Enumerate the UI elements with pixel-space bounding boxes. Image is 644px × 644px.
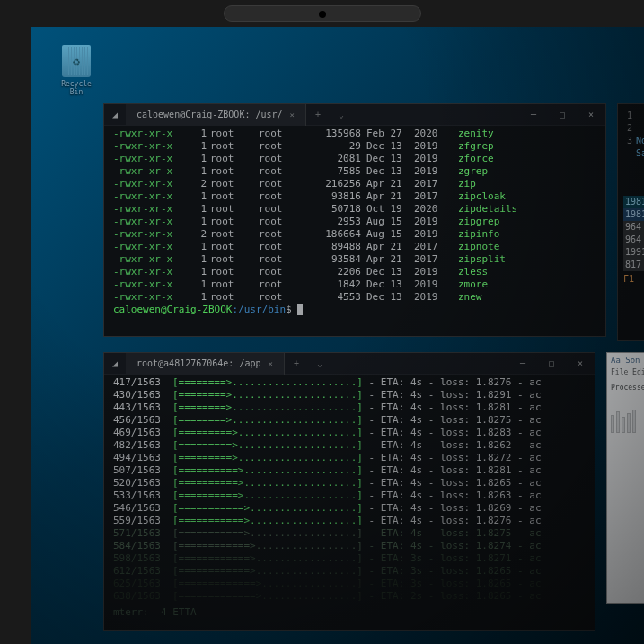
tab-dropdown-icon[interactable]: ⌄ — [308, 358, 331, 368]
progress-row: 559/1563 [===========>..................… — [113, 515, 586, 527]
ls-row: -rwxr-xr-x1rootroot135968Feb 27 2020zeni… — [113, 128, 596, 140]
ls-row: -rwxr-xr-x1rootroot50718Oct 19 2020zipde… — [113, 203, 596, 216]
ls-row: -rwxr-xr-x2rootroot186664Aug 15 2019zipi… — [113, 228, 596, 241]
tab-2-label: root@a4812767064e: /app — [137, 358, 260, 368]
app-panel[interactable]: Aa Son File Edit Processe — [606, 352, 644, 604]
terminal-1-body[interactable]: -rwxr-xr-x1rootroot135968Feb 27 2020zeni… — [104, 126, 605, 322]
progress-row: 625/1563 [=============>................… — [113, 578, 586, 590]
chart-bar — [632, 410, 636, 433]
chart-bar — [611, 415, 614, 433]
terminal-icon: ◢ — [104, 353, 126, 375]
progress-row: 598/1563 [============>.................… — [113, 552, 586, 565]
titlebar-2[interactable]: ◢ root@a4812767064e: /app × + ⌄ ─ □ × — [104, 353, 595, 375]
editor-line: Say — [623, 147, 644, 160]
progress-row: 482/1563 [=========>....................… — [113, 439, 586, 452]
chart-bar — [627, 413, 631, 433]
terminal-window-2[interactable]: ◢ root@a4812767064e: /app × + ⌄ ─ □ × 41… — [103, 352, 595, 631]
tab-1-label: caloewen@Craig-ZBOOK: /usr/ — [137, 110, 283, 119]
editor-footer: F1 — [623, 273, 644, 286]
app-menu[interactable]: File Edit — [611, 368, 644, 376]
laptop-frame: Recycle Bin ◢ caloewen@Craig-ZBOOK: /usr… — [0, 0, 644, 644]
progress-row: 417/1563 [========>.....................… — [113, 376, 586, 389]
progress-row: 612/1563 [============>.................… — [113, 565, 586, 578]
app-processes-label: Processe — [611, 384, 644, 392]
ls-row: -rwxr-xr-x2rootroot216256Apr 21 2017zip — [113, 178, 596, 190]
recycle-bin-icon — [62, 45, 91, 77]
progress-row: 494/1563 [=========>....................… — [113, 452, 586, 464]
ls-row: -rwxr-xr-x1rootroot2953Aug 15 2019zipgre… — [113, 216, 596, 228]
editor-line: 2 — [623, 122, 644, 135]
editor-grey-3: 1991 — [623, 246, 644, 259]
progress-row: 507/1563 [==========>...................… — [113, 464, 586, 477]
chart-bar — [616, 411, 620, 433]
tab-dropdown-icon[interactable]: ⌄ — [330, 110, 353, 119]
new-tab-button[interactable]: + — [306, 110, 330, 119]
editor-line: 3Nor — [623, 135, 644, 147]
maximize-button[interactable]: □ — [537, 353, 566, 375]
close-tab-icon[interactable]: × — [268, 359, 272, 368]
progress-row: 638/1563 [=============>................… — [113, 590, 586, 603]
app-chart — [611, 408, 644, 433]
ls-row: -rwxr-xr-x1rootroot2081Dec 13 2019zforce — [113, 153, 596, 165]
chart-bar — [622, 417, 625, 433]
recycle-bin[interactable]: Recycle Bin — [58, 45, 94, 96]
camera-icon — [319, 11, 326, 18]
left-bezel — [0, 0, 31, 644]
tab-2[interactable]: root@a4812767064e: /app × — [126, 353, 285, 375]
progress-row: 443/1563 [========>.....................… — [113, 401, 586, 414]
maximize-button[interactable]: □ — [548, 104, 577, 126]
minimize-button[interactable]: ─ — [508, 353, 537, 375]
editor-line: 1 — [623, 110, 644, 122]
ls-row: -rwxr-xr-x1rootroot89488Apr 21 2017zipno… — [113, 241, 596, 253]
top-bezel — [0, 0, 644, 27]
recycle-bin-label: Recycle Bin — [58, 80, 94, 96]
minimize-button[interactable]: ─ — [519, 104, 548, 126]
editor-grey-2: 964 — [623, 234, 644, 246]
progress-row: 584/1563 [============>.................… — [113, 540, 586, 552]
progress-row: 520/1563 [==========>...................… — [113, 477, 586, 490]
progress-row: 546/1563 [===========>..................… — [113, 502, 586, 515]
progress-row: 533/1563 [==========>...................… — [113, 490, 586, 502]
editor-grey-1: 964 — [623, 221, 644, 234]
prompt[interactable]: caloewen@Craig-ZBOOK:/usr/bin$ — [113, 304, 596, 316]
ls-row: -rwxr-xr-x1rootroot1842Dec 13 2019zmore — [113, 278, 596, 291]
terminal-window-1[interactable]: ◢ caloewen@Craig-ZBOOK: /usr/ × + ⌄ ─ □ … — [103, 103, 606, 337]
ls-row: -rwxr-xr-x1rootroot7585Dec 13 2019zgrep — [113, 165, 596, 178]
close-button[interactable]: × — [566, 353, 595, 375]
progress-row: 571/1563 [===========>..................… — [113, 527, 586, 540]
ls-row: -rwxr-xr-x1rootroot4553Dec 13 2019znew — [113, 291, 596, 304]
editor-highlight-1: 1981 — [623, 196, 644, 208]
ls-row: -rwxr-xr-x1rootroot93816Apr 21 2017zipcl… — [113, 190, 596, 203]
ls-row: -rwxr-xr-x1rootroot2206Dec 13 2019zless — [113, 266, 596, 278]
ls-row: -rwxr-xr-x1rootroot29Dec 13 2019zfgrep — [113, 140, 596, 153]
close-tab-icon[interactable]: × — [290, 110, 295, 119]
terminal-icon: ◢ — [104, 104, 126, 126]
app-title: Aa Son — [611, 356, 644, 365]
titlebar-1[interactable]: ◢ caloewen@Craig-ZBOOK: /usr/ × + ⌄ ─ □ … — [104, 104, 605, 126]
editor-panel[interactable]: 123NorSay 1981 1981 964 964 1991 817 F1 — [617, 103, 644, 341]
desktop[interactable]: Recycle Bin ◢ caloewen@Craig-ZBOOK: /usr… — [31, 27, 644, 644]
close-button[interactable]: × — [577, 104, 605, 126]
tab-1[interactable]: caloewen@Craig-ZBOOK: /usr/ × — [126, 104, 306, 126]
new-tab-button[interactable]: + — [285, 358, 308, 368]
progress-row: 469/1563 [=========>....................… — [113, 427, 586, 439]
progress-row: 430/1563 [========>.....................… — [113, 389, 586, 401]
bottom-prompt: mterr: 4 ETTA — [113, 603, 586, 619]
ls-row: -rwxr-xr-x1rootroot93584Apr 21 2017zipsp… — [113, 253, 596, 266]
editor-highlight-2: 1981 — [623, 208, 644, 221]
terminal-2-body[interactable]: 417/1563 [========>.....................… — [104, 375, 595, 624]
progress-row: 456/1563 [========>.....................… — [113, 414, 586, 427]
editor-grey-4: 817 — [623, 259, 644, 271]
